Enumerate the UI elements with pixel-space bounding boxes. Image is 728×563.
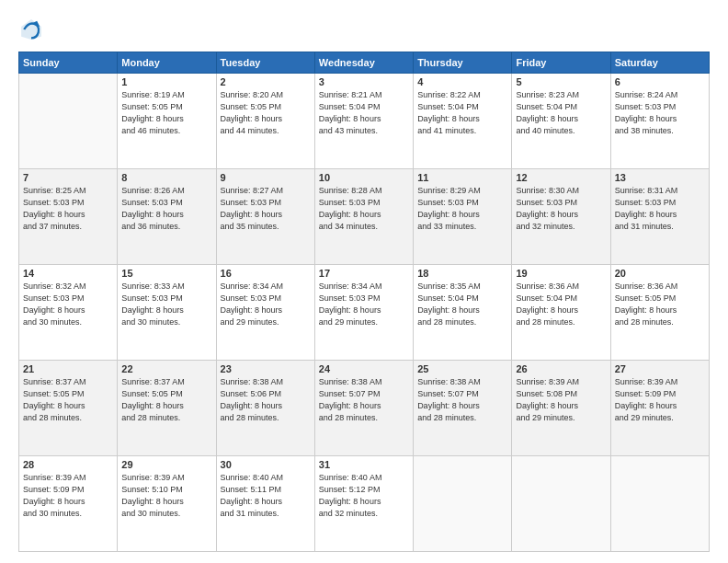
- day-cell: 19Sunrise: 8:36 AM Sunset: 5:04 PM Dayli…: [512, 265, 610, 361]
- day-number: 7: [23, 172, 113, 183]
- day-cell: 28Sunrise: 8:39 AM Sunset: 5:09 PM Dayli…: [19, 456, 118, 552]
- day-info: Sunrise: 8:28 AM Sunset: 5:03 PM Dayligh…: [319, 185, 409, 233]
- day-info: Sunrise: 8:33 AM Sunset: 5:03 PM Dayligh…: [121, 281, 211, 328]
- day-cell: 8Sunrise: 8:26 AM Sunset: 5:03 PM Daylig…: [118, 169, 216, 265]
- week-row-3: 14Sunrise: 8:32 AM Sunset: 5:03 PM Dayli…: [19, 265, 710, 361]
- day-cell: 25Sunrise: 8:38 AM Sunset: 5:07 PM Dayli…: [414, 361, 512, 456]
- col-header-friday: Friday: [512, 52, 610, 74]
- col-header-thursday: Thursday: [414, 52, 512, 74]
- day-cell: 7Sunrise: 8:25 AM Sunset: 5:03 PM Daylig…: [19, 169, 118, 265]
- day-number: 27: [615, 363, 705, 374]
- calendar-header-row: SundayMondayTuesdayWednesdayThursdayFrid…: [19, 52, 710, 74]
- col-header-saturday: Saturday: [610, 52, 709, 74]
- day-number: 8: [121, 172, 211, 183]
- day-info: Sunrise: 8:38 AM Sunset: 5:06 PM Dayligh…: [221, 376, 311, 424]
- week-row-4: 21Sunrise: 8:37 AM Sunset: 5:05 PM Dayli…: [19, 361, 710, 456]
- day-info: Sunrise: 8:26 AM Sunset: 5:03 PM Dayligh…: [121, 185, 211, 233]
- day-info: Sunrise: 8:40 AM Sunset: 5:12 PM Dayligh…: [319, 472, 409, 520]
- day-cell: 27Sunrise: 8:39 AM Sunset: 5:09 PM Dayli…: [610, 361, 709, 456]
- day-cell: 21Sunrise: 8:37 AM Sunset: 5:05 PM Dayli…: [19, 361, 118, 456]
- day-number: 6: [615, 76, 705, 87]
- col-header-tuesday: Tuesday: [216, 52, 314, 74]
- day-info: Sunrise: 8:35 AM Sunset: 5:04 PM Dayligh…: [417, 281, 507, 328]
- day-info: Sunrise: 8:29 AM Sunset: 5:03 PM Dayligh…: [417, 185, 507, 233]
- day-cell: 30Sunrise: 8:40 AM Sunset: 5:11 PM Dayli…: [216, 456, 314, 552]
- day-info: Sunrise: 8:40 AM Sunset: 5:11 PM Dayligh…: [221, 472, 311, 520]
- day-info: Sunrise: 8:27 AM Sunset: 5:03 PM Dayligh…: [221, 185, 311, 233]
- day-info: Sunrise: 8:22 AM Sunset: 5:04 PM Dayligh…: [417, 89, 507, 137]
- day-info: Sunrise: 8:31 AM Sunset: 5:03 PM Dayligh…: [615, 185, 705, 233]
- day-number: 24: [319, 363, 409, 374]
- day-cell: 17Sunrise: 8:34 AM Sunset: 5:03 PM Dayli…: [314, 265, 413, 361]
- day-number: 29: [121, 459, 211, 470]
- day-cell: 31Sunrise: 8:40 AM Sunset: 5:12 PM Dayli…: [314, 456, 413, 552]
- day-number: 3: [319, 76, 409, 87]
- col-header-monday: Monday: [118, 52, 216, 74]
- day-number: 17: [319, 268, 409, 279]
- day-cell: 20Sunrise: 8:36 AM Sunset: 5:05 PM Dayli…: [610, 265, 709, 361]
- day-cell: 4Sunrise: 8:22 AM Sunset: 5:04 PM Daylig…: [414, 74, 512, 169]
- week-row-1: 1Sunrise: 8:19 AM Sunset: 5:05 PM Daylig…: [19, 74, 710, 169]
- day-cell: 9Sunrise: 8:27 AM Sunset: 5:03 PM Daylig…: [216, 169, 314, 265]
- day-number: 14: [23, 268, 113, 279]
- day-cell: [610, 456, 709, 552]
- day-info: Sunrise: 8:39 AM Sunset: 5:09 PM Dayligh…: [23, 472, 113, 520]
- day-number: 31: [319, 459, 409, 470]
- day-info: Sunrise: 8:34 AM Sunset: 5:03 PM Dayligh…: [319, 281, 409, 328]
- day-cell: 10Sunrise: 8:28 AM Sunset: 5:03 PM Dayli…: [314, 169, 413, 265]
- week-row-5: 28Sunrise: 8:39 AM Sunset: 5:09 PM Dayli…: [19, 456, 710, 552]
- day-info: Sunrise: 8:37 AM Sunset: 5:05 PM Dayligh…: [23, 376, 113, 424]
- day-number: 5: [516, 76, 606, 87]
- day-cell: 1Sunrise: 8:19 AM Sunset: 5:05 PM Daylig…: [118, 74, 216, 169]
- day-cell: 13Sunrise: 8:31 AM Sunset: 5:03 PM Dayli…: [610, 169, 709, 265]
- day-number: 10: [319, 172, 409, 183]
- calendar-table: SundayMondayTuesdayWednesdayThursdayFrid…: [18, 52, 710, 552]
- day-number: 25: [417, 363, 507, 374]
- day-number: 20: [615, 268, 705, 279]
- day-cell: [414, 456, 512, 552]
- day-cell: 18Sunrise: 8:35 AM Sunset: 5:04 PM Dayli…: [414, 265, 512, 361]
- day-number: 23: [221, 363, 311, 374]
- day-info: Sunrise: 8:36 AM Sunset: 5:05 PM Dayligh…: [615, 281, 705, 328]
- day-cell: 2Sunrise: 8:20 AM Sunset: 5:05 PM Daylig…: [216, 74, 314, 169]
- logo-icon: [18, 17, 44, 42]
- day-number: 2: [221, 76, 311, 87]
- day-info: Sunrise: 8:23 AM Sunset: 5:04 PM Dayligh…: [516, 89, 606, 137]
- day-info: Sunrise: 8:39 AM Sunset: 5:08 PM Dayligh…: [516, 376, 606, 424]
- day-cell: 3Sunrise: 8:21 AM Sunset: 5:04 PM Daylig…: [314, 74, 413, 169]
- day-number: 15: [121, 268, 211, 279]
- day-number: 4: [417, 76, 507, 87]
- col-header-wednesday: Wednesday: [314, 52, 413, 74]
- day-cell: 29Sunrise: 8:39 AM Sunset: 5:10 PM Dayli…: [118, 456, 216, 552]
- day-info: Sunrise: 8:39 AM Sunset: 5:09 PM Dayligh…: [615, 376, 705, 424]
- week-row-2: 7Sunrise: 8:25 AM Sunset: 5:03 PM Daylig…: [19, 169, 710, 265]
- day-info: Sunrise: 8:34 AM Sunset: 5:03 PM Dayligh…: [221, 281, 311, 328]
- day-number: 1: [121, 76, 211, 87]
- day-cell: 24Sunrise: 8:38 AM Sunset: 5:07 PM Dayli…: [314, 361, 413, 456]
- day-cell: 16Sunrise: 8:34 AM Sunset: 5:03 PM Dayli…: [216, 265, 314, 361]
- day-number: 16: [221, 268, 311, 279]
- day-info: Sunrise: 8:32 AM Sunset: 5:03 PM Dayligh…: [23, 281, 113, 328]
- day-number: 13: [615, 172, 705, 183]
- day-number: 22: [121, 363, 211, 374]
- day-number: 18: [417, 268, 507, 279]
- day-number: 30: [221, 459, 311, 470]
- day-cell: [512, 456, 610, 552]
- day-cell: [19, 74, 118, 169]
- day-number: 21: [23, 363, 113, 374]
- day-info: Sunrise: 8:38 AM Sunset: 5:07 PM Dayligh…: [417, 376, 507, 424]
- day-info: Sunrise: 8:37 AM Sunset: 5:05 PM Dayligh…: [121, 376, 211, 424]
- day-number: 12: [516, 172, 606, 183]
- day-cell: 11Sunrise: 8:29 AM Sunset: 5:03 PM Dayli…: [414, 169, 512, 265]
- header: [18, 17, 710, 42]
- logo: [18, 17, 46, 42]
- col-header-sunday: Sunday: [19, 52, 118, 74]
- day-info: Sunrise: 8:20 AM Sunset: 5:05 PM Dayligh…: [221, 89, 311, 137]
- day-info: Sunrise: 8:25 AM Sunset: 5:03 PM Dayligh…: [23, 185, 113, 233]
- day-cell: 5Sunrise: 8:23 AM Sunset: 5:04 PM Daylig…: [512, 74, 610, 169]
- day-cell: 15Sunrise: 8:33 AM Sunset: 5:03 PM Dayli…: [118, 265, 216, 361]
- day-cell: 12Sunrise: 8:30 AM Sunset: 5:03 PM Dayli…: [512, 169, 610, 265]
- day-number: 19: [516, 268, 606, 279]
- day-info: Sunrise: 8:39 AM Sunset: 5:10 PM Dayligh…: [121, 472, 211, 520]
- day-cell: 6Sunrise: 8:24 AM Sunset: 5:03 PM Daylig…: [610, 74, 709, 169]
